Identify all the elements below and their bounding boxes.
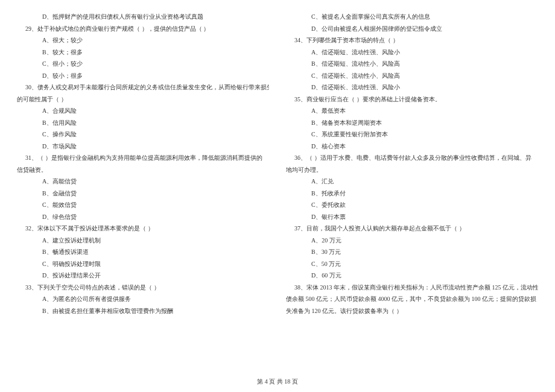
answer-option: D、银行本票 — [286, 211, 538, 223]
answer-option: C、操作风险 — [17, 128, 269, 141]
answer-option: C、很小；较少 — [17, 58, 269, 70]
question-37: 37、目前，我国个人投资人认购的大额存单起点金额不低于（ ） — [286, 223, 538, 235]
question-31: 31、（ ）是指银行业金融机构为支持用能单位提高能源利用效率，降低能源消耗而提供… — [17, 152, 269, 164]
answer-option: A、为匿名的公司所有者提供服务 — [17, 293, 269, 305]
question-38-continuation: 债余额 500 亿元；人民币贷款余额 4000 亿元，其中，不良贷款余额为 10… — [286, 293, 538, 305]
question-34: 34、下列哪些属于资本市场的特点（ ） — [286, 34, 538, 46]
question-32: 32、宋体以下不属于投诉处理基本要求的是（ ） — [17, 223, 269, 235]
answer-option: B、金融信贷 — [17, 188, 269, 200]
answer-option: A、合规风险 — [17, 105, 269, 117]
answer-option: D、抵押财产的使用权归债权人所有银行业从业资格考试真题 — [17, 11, 269, 23]
answer-option: D、公司由被提名人根据外国律师的登记指令成立 — [286, 23, 538, 35]
question-33: 33、下列关于空壳公司特点的表述，错误的是（ ） — [17, 282, 269, 294]
answer-option: B、较大；很多 — [17, 46, 269, 58]
answer-option: C、能效信贷 — [17, 199, 269, 211]
answer-option: A、建立投诉处理机制 — [17, 235, 269, 247]
answer-option: A、汇兑 — [286, 175, 538, 188]
question-30: 30、债务人或交易对手未能履行合同所规定的义务或信任质量发生变化，从而给银行带来… — [17, 81, 269, 93]
answer-option: B、畅通投诉渠道 — [17, 246, 269, 258]
question-35: 35、商业银行应当在（ ）要求的基础上计提储备资本。 — [286, 93, 538, 106]
question-36: 36、（ ）适用于水费、电费、电话费等付款人众多及分散的事业性收费结算，在同城、… — [286, 152, 538, 164]
answer-option: C、50 万元 — [286, 258, 538, 270]
question-38: 38、宋体 2013 年末，假设某商业银行相关指标为：人民币流动性资产余额 12… — [286, 282, 538, 294]
question-31-continuation: 信贷融资。 — [17, 164, 269, 176]
answer-option: B、托收承付 — [286, 188, 538, 200]
answer-option: C、委托收款 — [286, 199, 538, 211]
answer-option: D、投诉处理结果公开 — [17, 270, 269, 282]
answer-option: C、明确投诉处理时限 — [17, 258, 269, 270]
page-footer: 第 4 页 共 18 页 — [0, 376, 555, 388]
answer-option: B、储备资本和逆周期资本 — [286, 117, 538, 129]
right-column: C、被提名人全面掌握公司真实所有人的信息 D、公司由被提名人根据外国律师的登记指… — [286, 11, 538, 317]
answer-option: A、20 万元 — [286, 235, 538, 247]
answer-option: B、30 万元 — [286, 246, 538, 258]
answer-option: C、被提名人全面掌握公司真实所有人的信息 — [286, 11, 538, 23]
answer-option: A、最低资本 — [286, 105, 538, 117]
answer-option: A、高能信贷 — [17, 175, 269, 188]
answer-option: B、信用风险 — [17, 117, 269, 129]
answer-option: B、由被提名担任董事并相应收取管理费作为报酬 — [17, 305, 269, 317]
answer-option: C、偿还期长、流动性小、风险高 — [286, 70, 538, 82]
answer-option: A、很大；较少 — [17, 34, 269, 46]
answer-option: D、60 万元 — [286, 270, 538, 282]
answer-option: D、核心资本 — [286, 141, 538, 153]
question-30-continuation: 的可能性属于（ ） — [17, 93, 269, 106]
answer-option: D、偿还期长、流动性强、风险小 — [286, 81, 538, 93]
answer-option: D、较小；很多 — [17, 70, 269, 82]
answer-option: C、系统重要性银行附加资本 — [286, 128, 538, 141]
answer-option: D、绿色信贷 — [17, 211, 269, 223]
answer-option: B、偿还期短、流动性小、风险高 — [286, 58, 538, 70]
question-38-continuation: 失准备为 120 亿元。该行贷款拨备率为（ ） — [286, 305, 538, 317]
question-29: 29、处于补缺式地位的商业银行资产规模（ ），提供的信贷产品（ ） — [17, 23, 269, 35]
question-36-continuation: 地均可办理。 — [286, 164, 538, 176]
left-column: D、抵押财产的使用权归债权人所有银行业从业资格考试真题 29、处于补缺式地位的商… — [17, 11, 269, 317]
answer-option: D、市场风险 — [17, 141, 269, 153]
answer-option: A、偿还期短、流动性强、风险小 — [286, 46, 538, 58]
